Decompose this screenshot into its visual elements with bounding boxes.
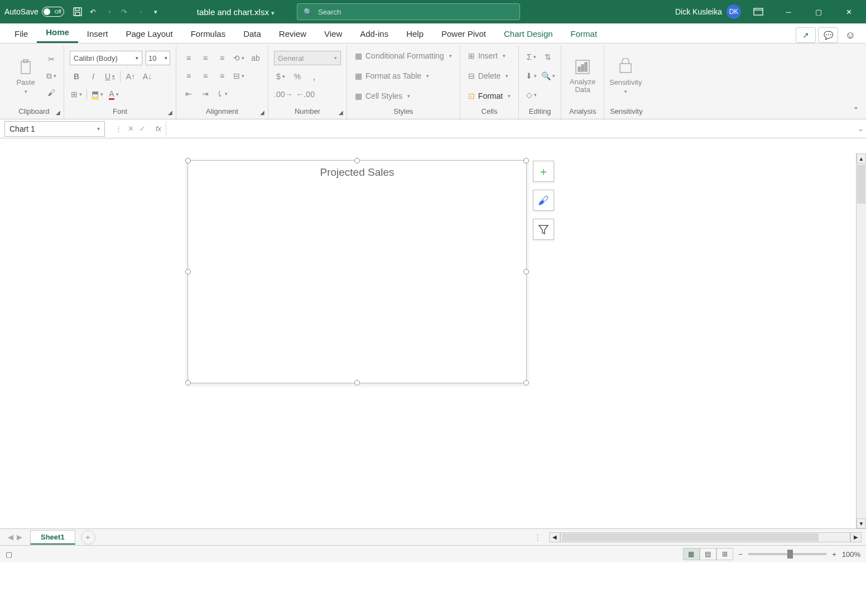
tab-formulas[interactable]: Formulas: [182, 25, 235, 43]
redo-dropdown[interactable]: [132, 4, 148, 20]
enter-formula-icon[interactable]: ✓: [139, 124, 146, 133]
cancel-formula-icon[interactable]: ✕: [128, 124, 134, 133]
tab-split-handle[interactable]: ⋮: [534, 533, 541, 541]
align-left-icon[interactable]: ≡: [182, 69, 195, 83]
zoom-slider-knob[interactable]: [787, 550, 793, 559]
tab-addins[interactable]: Add-ins: [351, 25, 397, 43]
expand-formula-bar-icon[interactable]: ⌄: [855, 124, 866, 133]
chart-handle-nw[interactable]: [185, 158, 191, 163]
chart-handle-w[interactable]: [185, 269, 191, 275]
delete-cells-button[interactable]: ⊟Delete: [466, 69, 513, 83]
number-format-select[interactable]: General▾: [274, 51, 341, 65]
chart-handle-n[interactable]: [354, 158, 360, 163]
italic-button[interactable]: I: [86, 70, 100, 83]
autosave-control[interactable]: AutoSave Off: [4, 7, 64, 17]
alignment-launcher-icon[interactable]: ◢: [260, 109, 264, 116]
close-button[interactable]: ✕: [836, 0, 862, 23]
tab-insert[interactable]: Insert: [78, 25, 117, 43]
sheet-nav-next-icon[interactable]: ▶: [17, 533, 22, 541]
user-name[interactable]: Dick Kusleika: [675, 7, 722, 16]
filename[interactable]: table and chart.xlsx ▾: [197, 7, 275, 17]
tab-help[interactable]: Help: [397, 25, 432, 43]
page-break-view-button[interactable]: ⊞: [716, 548, 733, 560]
undo-icon[interactable]: ↶: [85, 4, 101, 20]
sheet-tab-sheet1[interactable]: Sheet1: [30, 530, 75, 545]
sort-filter-icon[interactable]: ⇅: [541, 50, 555, 64]
format-cells-button[interactable]: ⊡Format: [466, 89, 513, 103]
tab-chart-design[interactable]: Chart Design: [495, 25, 562, 43]
tab-format[interactable]: Format: [562, 25, 607, 43]
vertical-scrollbar[interactable]: ▲ ▼: [856, 153, 866, 528]
worksheet-grid[interactable]: Projected Sales ＋ 🖌 ▲ ▼: [0, 138, 866, 529]
percent-icon[interactable]: %: [291, 70, 304, 83]
increase-font-icon[interactable]: A↑: [124, 70, 137, 83]
embedded-chart[interactable]: Projected Sales ＋ 🖌: [187, 160, 527, 383]
undo-dropdown[interactable]: [101, 4, 117, 20]
namebox-more-icon[interactable]: ⋮: [115, 124, 122, 133]
borders-icon[interactable]: ⊞: [70, 88, 83, 101]
redo-icon[interactable]: ↷: [117, 4, 132, 20]
scroll-up-icon[interactable]: ▲: [857, 153, 866, 163]
ribbon-display-icon[interactable]: [745, 0, 771, 23]
font-color-icon[interactable]: A: [107, 88, 121, 101]
format-painter-icon[interactable]: 🖌: [45, 86, 58, 99]
tab-review[interactable]: Review: [270, 25, 315, 43]
vscroll-thumb[interactable]: [857, 165, 865, 204]
cut-icon[interactable]: ✂: [45, 52, 58, 66]
bold-button[interactable]: B: [70, 70, 83, 83]
normal-view-button[interactable]: ▦: [683, 548, 700, 560]
chart-handle-se[interactable]: [523, 380, 529, 386]
align-middle-icon[interactable]: ≡: [199, 51, 212, 65]
zoom-slider[interactable]: [748, 553, 826, 555]
tab-file[interactable]: File: [6, 25, 37, 43]
tab-power-pivot[interactable]: Power Pivot: [432, 25, 495, 43]
font-size-select[interactable]: 10▾: [146, 51, 170, 65]
paste-button[interactable]: Paste ▾: [10, 47, 41, 105]
chart-handle-ne[interactable]: [523, 158, 529, 163]
formula-input[interactable]: [166, 121, 855, 137]
tab-view[interactable]: View: [315, 25, 351, 43]
sensitivity-button[interactable]: Sensitivity▾: [610, 47, 641, 105]
chart-handle-e[interactable]: [523, 269, 529, 275]
clipboard-launcher-icon[interactable]: ◢: [56, 109, 60, 116]
minimize-button[interactable]: ─: [776, 0, 801, 23]
hscroll-right-icon[interactable]: ▶: [850, 532, 862, 542]
autosum-icon[interactable]: Σ: [525, 50, 538, 64]
chart-elements-button[interactable]: ＋: [533, 161, 554, 182]
hscroll-thumb[interactable]: [562, 533, 819, 541]
chart-plot-area[interactable]: [227, 187, 515, 360]
collapse-ribbon-icon[interactable]: ⌃: [853, 105, 859, 114]
font-launcher-icon[interactable]: ◢: [168, 109, 172, 116]
maximize-button[interactable]: ▢: [806, 0, 831, 23]
zoom-out-button[interactable]: −: [739, 550, 743, 559]
chart-handle-sw[interactable]: [185, 380, 191, 386]
number-launcher-icon[interactable]: ◢: [339, 109, 343, 116]
increase-indent-icon[interactable]: ⇥: [199, 87, 212, 100]
zoom-in-button[interactable]: +: [832, 550, 836, 559]
fill-color-icon[interactable]: ⬒: [90, 88, 104, 101]
decrease-decimal-icon[interactable]: ←.00: [296, 88, 314, 101]
chart-title[interactable]: Projected Sales: [188, 161, 526, 182]
analyze-data-button[interactable]: Analyze Data: [567, 47, 598, 105]
hscroll-left-icon[interactable]: ◀: [549, 532, 560, 542]
comma-icon[interactable]: ,: [307, 70, 321, 83]
add-sheet-button[interactable]: ＋: [81, 530, 95, 545]
clear-icon[interactable]: ◇: [525, 88, 538, 102]
horizontal-scrollbar[interactable]: [560, 532, 850, 542]
find-select-icon[interactable]: 🔍: [541, 69, 555, 83]
align-right-icon[interactable]: ≡: [215, 69, 229, 83]
name-box[interactable]: Chart 1▾: [4, 121, 105, 137]
conditional-formatting-button[interactable]: ▦Conditional Formatting: [353, 49, 454, 63]
font-name-select[interactable]: Calibri (Body)▾: [70, 51, 142, 65]
align-center-icon[interactable]: ≡: [199, 69, 212, 83]
fx-icon[interactable]: fx: [156, 124, 161, 133]
chart-filter-button[interactable]: [533, 219, 554, 240]
qat-customize-icon[interactable]: ▾: [148, 4, 163, 20]
scroll-down-icon[interactable]: ▼: [857, 518, 866, 528]
fill-icon[interactable]: ⬇: [525, 69, 538, 83]
sheet-nav-prev-icon[interactable]: ◀: [8, 533, 13, 541]
page-layout-view-button[interactable]: ▤: [700, 548, 716, 560]
align-top-icon[interactable]: ≡: [182, 51, 195, 65]
chart-handle-s[interactable]: [354, 380, 360, 386]
comments-button[interactable]: 💬: [818, 27, 838, 43]
